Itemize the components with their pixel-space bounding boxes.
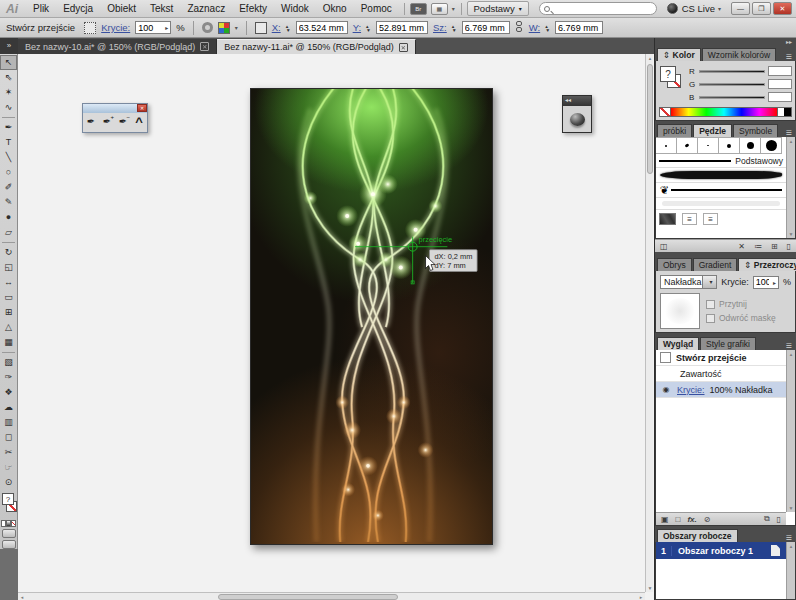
color-spectrum-bar[interactable] [659, 107, 792, 117]
panel-header[interactable]: ◂◂ [563, 96, 591, 106]
palette-title-bar[interactable]: ✕ [83, 104, 147, 113]
tool-gradient[interactable]: ▧ [0, 355, 17, 370]
tool-free-transform[interactable]: ▭ [0, 290, 17, 305]
y-field[interactable] [376, 21, 428, 34]
r-slider[interactable] [699, 70, 765, 73]
brush-item[interactable] [659, 213, 676, 225]
cs-live-label[interactable]: CS Live [682, 3, 715, 14]
menu-plik[interactable]: Plik [26, 3, 56, 14]
screen-mode-button[interactable] [2, 540, 16, 549]
close-button[interactable]: ✕ [773, 2, 792, 15]
chevron-down-icon[interactable]: ▾ [702, 276, 717, 288]
delete-anchor-point-button[interactable]: ✒− [115, 113, 131, 132]
tool-pencil[interactable]: ✎ [0, 195, 17, 210]
tab-obrys[interactable]: Obrys [657, 258, 692, 271]
scroll-up-icon[interactable]: ▴ [646, 54, 654, 62]
g-slider[interactable] [699, 83, 765, 86]
tab-przezroczystosc[interactable]: ⇕ Przezroczystość [738, 258, 796, 271]
brush-item[interactable] [719, 137, 740, 154]
new-fill-icon[interactable]: □ [676, 515, 681, 524]
artboards-scrollbar[interactable]: ▴ [786, 542, 795, 599]
blend-mode-select[interactable]: Nakładka ▾ [660, 275, 717, 289]
clip-checkbox[interactable]: Przytnij [706, 299, 776, 309]
brush-item-basic[interactable]: Podstawowy [656, 154, 786, 168]
tool-mesh[interactable]: ▦ [0, 335, 17, 350]
eye-icon[interactable]: ◉ [660, 385, 672, 394]
fill-swatch[interactable]: ? [660, 66, 676, 82]
scroll-left-icon[interactable]: ◂ [18, 593, 26, 600]
tool-perspective-grid[interactable]: △ [0, 320, 17, 335]
tab-kolor[interactable]: ⇕ Kolor [657, 48, 701, 61]
transform-icon[interactable] [255, 22, 267, 34]
tool-symbol-sprayer[interactable]: ☁ [0, 400, 17, 415]
tool-magic-wand[interactable]: ✶ [0, 85, 17, 100]
menu-widok[interactable]: Widok [274, 3, 316, 14]
tool-slice[interactable]: ✂ [0, 445, 17, 460]
height-field[interactable] [555, 21, 603, 34]
tool-blob-brush[interactable]: ● [0, 210, 17, 225]
x-input[interactable] [297, 22, 347, 33]
new-stroke-icon[interactable]: ▣ [661, 515, 669, 524]
tool-shape-builder[interactable]: ⊞ [0, 305, 17, 320]
convert-anchor-point-button[interactable]: ^ [131, 113, 147, 132]
brushes-scrollbar[interactable]: ▴ ▼ [786, 137, 795, 238]
tab-wyglad[interactable]: Wygląd [657, 337, 699, 350]
fill-swatch[interactable]: ? [2, 493, 14, 505]
opacity-link[interactable]: Krycie: [101, 22, 130, 33]
recolor-artwork-icon[interactable] [218, 22, 230, 34]
trash-icon[interactable]: ▯ [787, 242, 791, 251]
drawing-mode-button[interactable] [2, 529, 16, 538]
tab-style-grafiki[interactable]: Style grafiki [700, 337, 756, 350]
b-value-field[interactable] [768, 92, 792, 102]
brush-libraries-icon[interactable]: ◫ [660, 242, 668, 251]
fill-stroke-proxy[interactable]: ? [1, 492, 16, 518]
scroll-up-icon[interactable]: ▴ [787, 137, 795, 145]
vertical-scroll-thumb[interactable] [647, 64, 653, 174]
brush-item-charcoal[interactable] [656, 168, 786, 183]
remove-brush-stroke-icon[interactable]: ✕ [738, 242, 745, 251]
appearance-scrollbar[interactable]: ▴ ▼ [786, 350, 795, 512]
appearance-opacity-row[interactable]: ◉ Krycie: 100% Nakładka [656, 382, 786, 398]
brush-options-icon[interactable]: ≔ [754, 242, 762, 251]
panel-menu-icon[interactable]: ☰ [782, 53, 796, 61]
link-dimensions-icon[interactable] [515, 21, 524, 35]
brush-item[interactable] [656, 137, 677, 154]
scroll-down-icon[interactable]: ▼ [646, 584, 654, 592]
shape-mode-icon[interactable] [202, 22, 213, 33]
artboard-page-icon[interactable] [771, 545, 780, 556]
vertical-scrollbar[interactable]: ▴ ▼ [645, 54, 653, 592]
tool-selection[interactable]: ↖ [0, 55, 17, 70]
tool-width[interactable]: ↔ [0, 275, 17, 290]
x-stepper[interactable]: ▴▼ [286, 24, 291, 32]
brush-item-faint[interactable] [656, 198, 786, 210]
symbol-sphere-icon[interactable] [570, 113, 585, 126]
pen-tools-palette[interactable]: ✕ ✒ ✒+ ✒− ^ [82, 103, 148, 133]
tab-symbole[interactable]: Symbole [733, 124, 778, 137]
tool-eraser[interactable]: ▱ [0, 225, 17, 240]
tool-artboard[interactable]: ◻ [0, 430, 17, 445]
g-value-field[interactable] [768, 79, 792, 89]
tab-wzornik-kolorow[interactable]: Wzornik kolorów [702, 48, 776, 61]
tool-eyedropper[interactable]: ✑ [0, 370, 17, 385]
menu-edycja[interactable]: Edycja [56, 3, 100, 14]
dock-collapse-button[interactable]: ▸▸ [655, 38, 796, 47]
y-label[interactable]: Y: [353, 22, 361, 33]
tool-blend[interactable]: ❖ [0, 385, 17, 400]
menu-efekty[interactable]: Efekty [232, 3, 274, 14]
scroll-up-icon[interactable]: ▴ [787, 542, 795, 550]
tool-pen[interactable]: ✒ [0, 120, 17, 135]
width-stepper[interactable]: ▴▼ [452, 24, 457, 32]
tab-document-2[interactable]: Bez nazwy-11.ai* @ 150% (RGB/Podgląd) ✕ [217, 39, 416, 54]
menu-zaznacz[interactable]: Zaznacz [180, 3, 232, 14]
brush-item[interactable] [761, 137, 782, 154]
x-field[interactable] [296, 21, 348, 34]
tool-zoom[interactable]: ⊙ [0, 475, 17, 490]
scroll-down-icon[interactable]: ▼ [787, 230, 795, 238]
y-input[interactable] [377, 22, 427, 33]
spectrum-ramp[interactable] [671, 108, 777, 116]
pen-tool-button[interactable]: ✒ [83, 113, 99, 132]
menu-pomoc[interactable]: Pomoc [354, 3, 399, 14]
restore-button[interactable]: ❐ [752, 2, 771, 15]
opacity-input[interactable] [754, 277, 771, 288]
height-input[interactable] [556, 22, 602, 33]
